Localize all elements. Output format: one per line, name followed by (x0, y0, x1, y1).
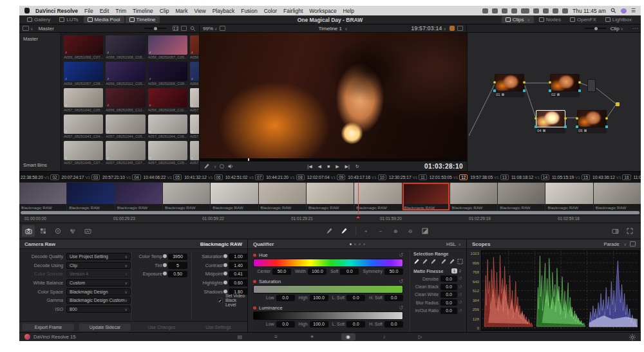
key-socket-icon[interactable] (576, 125, 578, 128)
softness-add-icon[interactable]: ⊕ (389, 225, 402, 237)
gallery-still[interactable]: ♪A056_08252006_C08... (148, 62, 187, 86)
luminance-range-bar[interactable] (253, 311, 403, 320)
highlight-icon[interactable] (609, 225, 621, 237)
gallery-still[interactable]: ♪A057_08251045_C05... (148, 141, 187, 165)
clip-number-badge[interactable]: 15 (582, 174, 590, 180)
softness-add-icon[interactable] (440, 258, 446, 264)
volume-icon[interactable] (562, 8, 568, 14)
gallery-still[interactable]: ♪A057_08251044_C06... (148, 115, 187, 138)
gallery-still[interactable]: ♪A057_08251045_C07... (64, 141, 103, 165)
clip-number-badge[interactable]: 05 (173, 174, 182, 180)
list-view-icon[interactable] (181, 26, 187, 31)
menu-clip[interactable]: Clip (160, 8, 169, 14)
timeline-clip[interactable]: Blackmagic RAW (163, 183, 210, 210)
slider-knob[interactable] (163, 254, 167, 258)
gallery-still[interactable]: ♪A057_08251345_C07... (106, 141, 145, 165)
clip-index-entry[interactable]: 10:41:32:12V106 (183, 174, 224, 180)
softness-subtract-icon[interactable]: ⊖ (404, 225, 417, 237)
param-value[interactable]: 0.0 (276, 295, 295, 301)
matte-param-reset-icon[interactable]: ↺ (457, 300, 463, 305)
clip-index-entry[interactable]: 10:43:17:16V110 (346, 174, 388, 180)
clip-index-entry[interactable]: 10:42:51:02V107 (224, 174, 265, 180)
field-select-decode-quality[interactable]: Use Project Setting∨ (66, 253, 131, 260)
annotate-pen-icon[interactable] (204, 163, 209, 169)
param-value[interactable]: 50.0 (384, 268, 403, 275)
timeline-clip[interactable]: Blackmagic RAW (354, 183, 401, 210)
bin-smart-bins[interactable]: Smart Bins (19, 161, 61, 169)
scope-mode-chevron-icon[interactable]: ∨ (624, 242, 627, 246)
param-value[interactable]: 0.0 (340, 268, 359, 275)
menu-file[interactable]: File (84, 8, 93, 14)
color-match-palette-icon[interactable] (37, 225, 50, 237)
menu-workspace[interactable]: Workspace (309, 8, 336, 14)
node-output-socket[interactable] (616, 102, 620, 106)
slider-knob[interactable] (223, 272, 227, 275)
bin-master[interactable]: Master (19, 35, 61, 43)
view-toggle-nodes[interactable]: Nodes (535, 16, 565, 23)
clip-index-entry[interactable]: 12:02:07:04V109 (306, 174, 347, 180)
project-settings-gear-icon[interactable] (629, 334, 636, 340)
picker-subtract-icon[interactable] (430, 258, 437, 264)
menubar-clock[interactable]: Thu 11:45 am (573, 8, 606, 14)
qualifier-mode-chevron-icon[interactable]: ∨ (459, 242, 461, 246)
timeline-clip[interactable]: Blackmagic RAW (545, 183, 592, 210)
node-view-mode[interactable]: Clip (611, 26, 620, 32)
vpn-shield-icon[interactable] (492, 8, 498, 14)
gallery-still[interactable]: ♪A057_08251044_C07... (190, 115, 200, 138)
section-reset-icon[interactable]: ↺ (399, 252, 403, 258)
section-enable-toggle[interactable] (253, 254, 256, 257)
step-back-icon[interactable]: ◀ (318, 164, 321, 169)
timeline-clip[interactable]: Blackmagic RAW (115, 183, 162, 210)
scope-expand-icon[interactable] (623, 225, 636, 237)
node-options-icon[interactable]: ⋯ (632, 26, 638, 32)
menu-help[interactable]: Help (343, 8, 354, 14)
clip-index-entry[interactable]: 12:01:53:05V112 (428, 174, 469, 180)
panel-toggle-gallery[interactable]: Gallery (23, 16, 54, 23)
clip-index-entry[interactable]: 11:06:50:21V117 (632, 174, 641, 180)
rgb-socket-icon[interactable] (564, 117, 567, 120)
rgb-socket-icon[interactable] (576, 117, 578, 120)
skip-forward-icon[interactable]: ▶| (345, 164, 350, 169)
menu-fusion[interactable]: Fusion (241, 8, 258, 14)
clip-number-badge[interactable]: 11 (419, 174, 427, 180)
gallery-still[interactable]: ♪A056_08252055_C12... (106, 88, 145, 112)
gallery-still[interactable]: ♪A056_08251057_C07... (190, 35, 200, 59)
menu-edit[interactable]: Edit (100, 8, 109, 14)
scope-expand-button-icon[interactable] (630, 241, 636, 246)
key-socket-icon[interactable] (535, 125, 537, 128)
menu-trim[interactable]: Trim (115, 8, 126, 14)
clip-number-badge[interactable]: 10 (378, 174, 386, 180)
softness-subtract-icon[interactable] (448, 258, 455, 264)
rgb-socket-icon[interactable] (578, 81, 581, 84)
menu-color[interactable]: Color (264, 8, 277, 14)
annotate-chevron-icon[interactable]: ∨ (214, 164, 216, 169)
node-mode-chevron-icon[interactable]: ∨ (621, 26, 623, 31)
matte-page-2[interactable]: 2 (457, 268, 463, 273)
clip-index-entry[interactable]: 20:07:24:17V103 (61, 174, 102, 180)
picker-add-icon[interactable]: + (359, 225, 372, 237)
slider-knob[interactable] (163, 263, 167, 267)
field-select-gamma[interactable]: Blackmagic Design Custom∨ (66, 297, 131, 304)
update-sidecar-button[interactable]: Update Sidecar (79, 324, 131, 331)
spotlight-search-icon[interactable] (611, 8, 616, 14)
key-socket-icon[interactable] (578, 89, 581, 92)
corrector-node-04[interactable]: 04 (536, 110, 565, 133)
timeline-clip[interactable]: Blackmagic RAW (498, 183, 545, 210)
audio-mute-icon[interactable] (227, 163, 234, 169)
slider-knob[interactable] (223, 281, 227, 284)
gallery-still[interactable]: ♪A056_08252012_C05... (106, 62, 145, 86)
video-black-level-checkbox[interactable]: ✓Set Video Black Level (196, 296, 248, 305)
gallery-still[interactable]: ♪A056_08252208_C11... (148, 88, 187, 112)
menu-mark[interactable]: Mark (176, 8, 188, 14)
grid-view-icon[interactable] (173, 26, 178, 31)
viewer-scrub-bar[interactable] (200, 158, 467, 161)
timeline-clip[interactable]: Blackmagic RAW (307, 183, 354, 210)
loop-icon[interactable]: ↻ (355, 164, 359, 169)
key-socket-icon[interactable] (605, 125, 608, 128)
rgb-socket-icon[interactable] (493, 81, 496, 84)
timeline-clip[interactable]: Blackmagic RAW (450, 183, 497, 210)
battery-icon[interactable] (521, 8, 529, 14)
gallery-still[interactable]: ♪A056_08251056_C07... (64, 35, 103, 59)
export-frame-button[interactable]: Export Frame (23, 324, 74, 331)
gallery-still[interactable]: ♪A057_08251041_C06... (190, 88, 200, 112)
